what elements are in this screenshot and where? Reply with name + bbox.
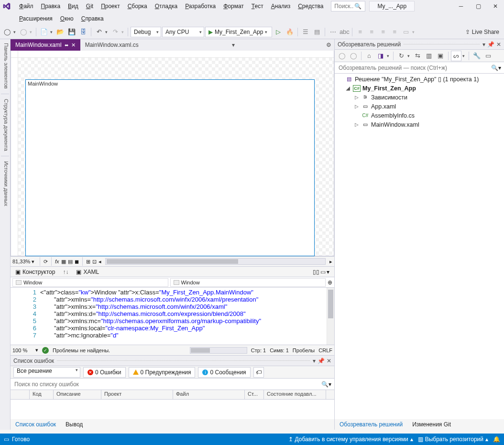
tree-project[interactable]: ◢C#My_First_Zen_App [335, 84, 504, 93]
crumb-right[interactable]: Window [170, 278, 326, 287]
errors-filter[interactable]: ✕0 Ошибки [83, 367, 126, 378]
warnings-filter[interactable]: 0 Предупреждения [129, 367, 196, 378]
home-icon[interactable]: ⌂ [364, 51, 374, 61]
back-button[interactable]: ◯ [2, 27, 12, 37]
maximize-button[interactable]: ▢ [470, 0, 487, 12]
pin-icon[interactable]: 📌 [318, 358, 325, 364]
refresh-icon[interactable]: ↻ [396, 51, 406, 61]
indent-status[interactable]: Пробелы [293, 347, 315, 353]
open-button[interactable]: 📂 [55, 27, 66, 37]
le-status[interactable]: CRLF [318, 347, 332, 353]
zoom-combo[interactable]: 81,33% ▾ [12, 259, 36, 265]
xaml-designer[interactable] [11, 51, 334, 256]
menu-search[interactable]: 🔍 [331, 1, 365, 11]
menu-Расширения[interactable]: Расширения [15, 13, 56, 24]
grid2-icon[interactable]: ▤ [68, 259, 73, 265]
build-filter[interactable]: 🏷 [253, 367, 264, 378]
menu-Справка[interactable]: Справка [77, 13, 108, 24]
error-col[interactable]: Состояние подавл... [264, 390, 326, 399]
error-col[interactable]: Описание [54, 390, 101, 399]
collapse-icon[interactable]: ▣ [435, 51, 446, 61]
menu-Проект[interactable]: Проект [97, 1, 124, 11]
editor-settings-icon[interactable]: ⚙ [323, 39, 334, 51]
side-tab[interactable]: Панель элементов [0, 39, 10, 93]
tree-app-xaml[interactable]: ▷▭App.xaml [335, 102, 504, 111]
menu-Отладка[interactable]: Отладка [151, 1, 181, 11]
refresh-icon[interactable]: ⟳ [44, 259, 48, 265]
menu-search-input[interactable] [333, 2, 354, 10]
menu-Вид[interactable]: Вид [64, 1, 82, 11]
error-search-input[interactable] [13, 380, 321, 388]
grid-icon[interactable]: ▦ [61, 259, 66, 265]
preview-dropdown-icon[interactable]: ▾ [229, 39, 238, 51]
tree-solution[interactable]: ▧Решение "My_First_Zen_App" ▯ (1 проекта… [335, 75, 504, 84]
design-tab[interactable]: ▣ Конструктор [11, 267, 60, 277]
solution-search[interactable]: 🔍▾ [335, 62, 504, 74]
error-col[interactable]: Код [30, 390, 54, 399]
error-search[interactable]: 🔍▾ [11, 379, 334, 390]
close-icon[interactable]: ✕ [327, 358, 331, 364]
editor-tab-mainwindow-cs[interactable]: MainWindow.xaml.cs [80, 39, 143, 51]
code-editor[interactable]: 1234567 <"attr">class="kw">Window "attr"… [11, 288, 334, 345]
fx-icon[interactable]: fx [55, 259, 59, 264]
menu-Файл[interactable]: Файл [15, 1, 37, 11]
status-add-source-control[interactable]: ↥Добавить в систему управления версиями▴ [288, 436, 413, 443]
error-col[interactable]: Проект [101, 390, 173, 399]
collapse-icon[interactable]: ▾ [327, 269, 329, 275]
snap-icon[interactable]: ⊞ [86, 259, 90, 265]
tree-mainwindow-xaml[interactable]: ▷▭MainWindow.xaml [335, 120, 504, 129]
arrow-right-icon[interactable]: ▸ [329, 259, 332, 265]
start-nodebug-button[interactable]: ▷ [273, 27, 284, 37]
tb-misc-3[interactable]: ⋯ [328, 27, 338, 37]
xaml-tab[interactable]: ▣ XAML [71, 267, 104, 277]
hot-reload-button[interactable]: 🔥 [285, 27, 295, 37]
tb-abc[interactable]: abc [339, 27, 350, 37]
messages-filter[interactable]: i0 Сообщения [198, 367, 250, 378]
menu-Анализ[interactable]: Анализ [267, 1, 295, 11]
menu-Сборка[interactable]: Сборка [124, 1, 151, 11]
editor-hscroll[interactable] [190, 347, 247, 354]
code-vscroll[interactable] [327, 288, 334, 345]
pin-icon[interactable]: 📌 [487, 41, 494, 48]
error-columns[interactable]: КодОписаниеПроектФайлСт...Состояние пода… [11, 390, 334, 400]
pin-icon[interactable]: ⬌ [65, 43, 68, 48]
menu-Окно[interactable]: Окно [56, 13, 77, 24]
error-col[interactable] [11, 390, 30, 399]
solution-tree[interactable]: ▧Решение "My_First_Zen_App" ▯ (1 проекта… [335, 74, 504, 419]
view-icon[interactable]: ᔕ [451, 51, 461, 61]
se-switch-icon[interactable]: ◨ [375, 51, 386, 61]
preview-icon[interactable]: ▭ [483, 51, 493, 61]
save-button[interactable]: 💾 [66, 27, 77, 37]
save-all-button[interactable]: 🗄 [78, 27, 88, 37]
status-select-repo[interactable]: ▥Выбрать репозиторий▴ [418, 436, 488, 443]
show-all-icon[interactable]: ▥ [424, 51, 434, 61]
designer-window[interactable] [25, 79, 315, 256]
close-icon[interactable]: ✕ [71, 42, 76, 48]
solution-search-input[interactable] [338, 64, 491, 72]
close-button[interactable]: ✕ [487, 0, 504, 12]
dropdown-icon[interactable]: ▾ [313, 358, 316, 364]
designer-hscroll[interactable] [105, 258, 326, 265]
side-tab[interactable]: Структура документа [0, 95, 10, 155]
close-icon[interactable]: ✕ [496, 41, 501, 48]
minimize-button[interactable]: ─ [452, 0, 470, 12]
chevron-right-icon[interactable]: ▷ [354, 122, 360, 127]
tab-solution-explorer[interactable]: Обозреватель решений [335, 420, 407, 429]
status-bell[interactable]: 🔔 [493, 436, 500, 443]
crumb-extra-icon[interactable]: ⊕ [328, 279, 332, 286]
split-h-icon[interactable]: ▭ [320, 269, 326, 275]
tree-assemblyinfo[interactable]: C#AssemblyInfo.cs [335, 111, 504, 120]
zoom-readout[interactable]: 100 % [12, 347, 32, 353]
menu-Git[interactable]: Git [82, 1, 97, 11]
menu-Тест[interactable]: Тест [248, 1, 267, 11]
platform-combo[interactable]: Any CPU [162, 27, 204, 37]
menu-Правка[interactable]: Правка [37, 1, 65, 11]
menu-Формат[interactable]: Формат [219, 1, 248, 11]
dark-icon[interactable]: ◼ [75, 259, 79, 265]
chevron-right-icon[interactable]: ▷ [354, 95, 360, 100]
chevron-down-icon[interactable]: ◢ [345, 86, 351, 91]
new-file-button[interactable]: 📄 [39, 27, 49, 37]
tab-error-list[interactable]: Список ошибок [11, 420, 61, 429]
error-list-header[interactable]: Список ошибок ▾📌✕ [11, 356, 334, 366]
properties-icon[interactable]: 🔧 [471, 51, 482, 61]
